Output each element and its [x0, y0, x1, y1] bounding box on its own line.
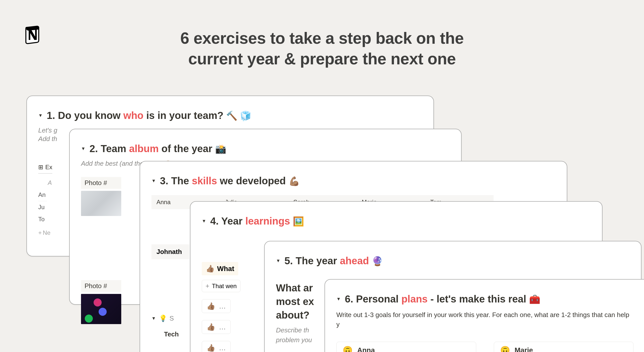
toggle-arrow-icon[interactable]: ▼ — [336, 296, 341, 302]
heading-1-pre: Do you know — [58, 110, 123, 121]
photo-thumbnail-1[interactable] — [81, 191, 121, 216]
notion-logo — [23, 25, 43, 45]
heading-1-post: is in your team? — [143, 110, 226, 121]
heading-2-highlight: album — [129, 143, 159, 154]
camera-icon: 📸 — [215, 144, 226, 154]
thumbs-up-icon: 👍🏽 — [207, 302, 215, 310]
toggle-arrow-icon[interactable]: ▼ — [151, 316, 156, 321]
person-name: Anna — [357, 346, 375, 352]
photo-label-1[interactable]: Photo # — [81, 177, 121, 189]
page-title: 6 exercises to take a step back on the c… — [161, 28, 483, 69]
callout-what: 👍🏽 What — [202, 262, 238, 275]
heading-6-post: - let's make this real — [428, 293, 529, 304]
thumbs-up-icon: 👍🏽 — [206, 265, 215, 273]
person-card-marie[interactable]: 🙃 Marie — [494, 342, 634, 352]
heading-5[interactable]: ▼ 5. The year ahead 🔮 — [276, 255, 623, 267]
heading-1[interactable]: ▼ 1. Do you know who is in your team? 🔨 … — [38, 110, 416, 121]
toggle-arrow-icon[interactable]: ▼ — [276, 258, 280, 263]
frame-icon: 🖼️ — [293, 216, 304, 227]
heading-6-num: 6. — [345, 293, 353, 304]
crystal-ball-icon: 🔮 — [372, 256, 383, 266]
heading-5-highlight: ahead — [340, 255, 369, 266]
heading-6-pre: Personal — [356, 293, 401, 304]
heading-5-num: 5. — [285, 255, 293, 266]
heading-3[interactable]: ▼ 3. The skills we developed 💪🏽 — [151, 175, 549, 187]
face-icon: 🙃 — [343, 345, 353, 352]
heading-3-highlight: skills — [192, 175, 217, 186]
heading-2-num: 2. — [90, 143, 98, 154]
toggle-arrow-icon[interactable]: ▼ — [151, 178, 156, 184]
card6-subtext: Write out 1-3 goals for yourself in your… — [336, 310, 633, 329]
toggle-arrow-icon[interactable]: ▼ — [202, 218, 206, 224]
view-label[interactable]: ⊞ Ex — [38, 164, 52, 174]
heading-4[interactable]: ▼ 4. Year learnings 🖼️ — [202, 215, 584, 227]
toolbox-icon: 🧰 — [529, 294, 540, 304]
heading-6-highlight: plans — [401, 293, 427, 304]
card-exercise-6: ▼ 6. Personal plans - let's make this re… — [325, 279, 644, 352]
heading-1-highlight: who — [123, 110, 143, 121]
person-name: Marie — [515, 346, 533, 352]
toggle-arrow-icon[interactable]: ▼ — [81, 146, 86, 151]
heading-2-post: of the year — [159, 143, 215, 154]
hammer-ice-icon: 🔨 🧊 — [226, 111, 251, 121]
heading-4-num: 4. — [210, 215, 219, 227]
bulb-icon: 💡 — [159, 315, 167, 322]
heading-1-num: 1. — [47, 110, 55, 121]
heading-6[interactable]: ▼ 6. Personal plans - let's make this re… — [336, 293, 633, 305]
thumbs-up-icon: 👍🏽 — [207, 344, 215, 352]
heading-4-post — [290, 215, 293, 227]
muscle-icon: 💪🏽 — [289, 176, 300, 186]
new-item-chip[interactable]: + That wen — [202, 280, 240, 292]
person-card-anna[interactable]: 🙃 Anna — [336, 342, 476, 352]
heading-3-pre: The — [171, 175, 192, 186]
photo-thumbnail-2[interactable] — [81, 294, 121, 324]
heading-5-pre: The year — [296, 255, 340, 266]
thumbs-up-icon: 👍🏽 — [207, 323, 215, 331]
thumb-item[interactable]: 👍🏽… — [202, 299, 231, 313]
heading-4-pre: Year — [221, 215, 246, 227]
plus-icon: + — [206, 282, 209, 290]
heading-3-post: we developed — [217, 175, 289, 186]
heading-2-pre: Team — [101, 143, 129, 154]
heading-5-post — [369, 255, 372, 266]
toggle-arrow-icon[interactable]: ▼ — [38, 113, 43, 118]
skill-row-johnath[interactable]: Johnath — [151, 244, 189, 259]
table-icon: ⊞ — [38, 164, 43, 171]
thumb-item[interactable]: 👍🏽… — [202, 341, 231, 352]
heading-4-highlight: learnings — [245, 215, 290, 227]
heading-3-num: 3. — [160, 175, 168, 186]
photo-label-2[interactable]: Photo # — [81, 280, 121, 292]
thumb-item[interactable]: 👍🏽… — [202, 320, 231, 334]
heading-2[interactable]: ▼ 2. Team album of the year 📸 — [81, 143, 444, 154]
face-icon: 🙃 — [500, 345, 510, 352]
